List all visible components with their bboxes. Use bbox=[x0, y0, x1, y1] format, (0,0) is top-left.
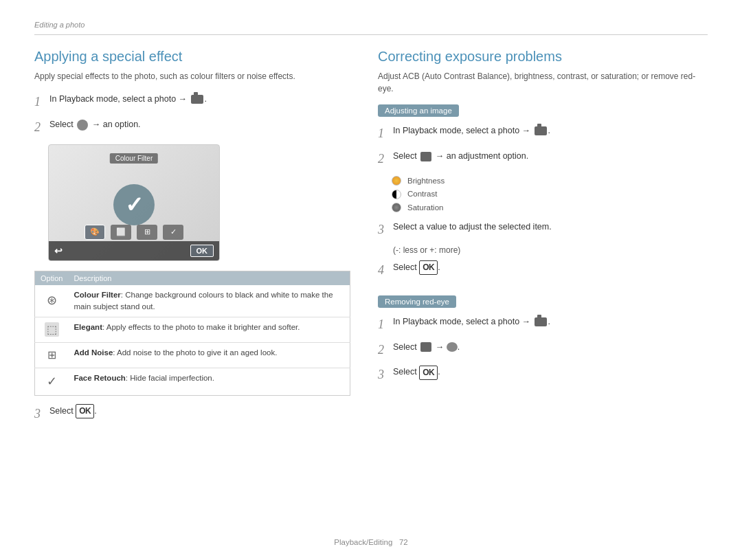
left-section-title: Applying a special effect bbox=[34, 49, 350, 65]
prev-icon-grid2[interactable]: ⊞ bbox=[137, 225, 157, 240]
camera-icon-adj1 bbox=[535, 126, 547, 135]
left-column: Applying a special effect Apply special … bbox=[34, 49, 350, 429]
table-header-row: Option Description bbox=[35, 271, 350, 285]
left-step-2-number: 2 bbox=[34, 117, 45, 137]
grid-icon-rem bbox=[420, 342, 431, 352]
right-adj-step-4: 4 Select OK. bbox=[378, 260, 708, 280]
row1-bold: Colour Filter bbox=[74, 291, 120, 299]
ok-button-preview[interactable]: OK bbox=[190, 245, 214, 257]
row3-bold: Add Noise bbox=[74, 348, 113, 357]
right-adj-step2-number: 2 bbox=[378, 149, 389, 169]
bullet-list: Brightness Contrast Saturation bbox=[392, 175, 708, 215]
camera-icon-rem1 bbox=[535, 317, 547, 326]
left-step-1-text: In Playback mode, select a photo → . bbox=[49, 92, 207, 106]
right-rem-step1-number: 1 bbox=[378, 315, 389, 335]
adjusting-section: Adjusting an image 1 In Playback mode, s… bbox=[378, 104, 708, 280]
removing-section: Removing red-eye 1 In Playback mode, sel… bbox=[378, 295, 708, 385]
footer-page: 72 bbox=[399, 538, 408, 546]
right-adj-step2-text: Select → an adjustment option. bbox=[393, 149, 528, 163]
table-row: ⬚ Elegant: Apply effects to the photo to… bbox=[35, 317, 350, 343]
row3-desc: Add Noise: Add noise to the photo to giv… bbox=[68, 343, 350, 368]
contrast-icon bbox=[392, 190, 401, 199]
left-step-3-number: 3 bbox=[34, 404, 45, 424]
preview-box: Colour Filter 🎨 ⬜ ⊞ ✓ ↩ OK bbox=[48, 144, 220, 261]
preview-label: Colour Filter bbox=[110, 153, 158, 164]
left-step-3: 3 Select OK. bbox=[34, 404, 350, 424]
bullet-contrast: Contrast bbox=[392, 188, 708, 201]
right-rem-step-3: 3 Select OK. bbox=[378, 365, 708, 385]
preview-bottom-bar: ↩ OK bbox=[49, 241, 219, 260]
right-column: Correcting exposure problems Adjust ACB … bbox=[378, 49, 708, 429]
right-adj-step3-number: 3 bbox=[378, 220, 389, 240]
col-option: Option bbox=[35, 271, 69, 285]
ok-icon-rem: OK bbox=[419, 366, 438, 380]
footer-text: Playback/Editing bbox=[334, 538, 392, 546]
ok-icon-step3: OK bbox=[76, 404, 94, 418]
row2-bold: Elegant bbox=[74, 323, 102, 331]
bullet-brightness: Brightness bbox=[392, 175, 708, 188]
preview-icons-row: 🎨 ⬜ ⊞ ✓ bbox=[49, 225, 219, 240]
prev-icon-check[interactable]: ✓ bbox=[163, 225, 183, 240]
row4-icon: ✓ bbox=[35, 368, 69, 396]
table-row: ✓ Face Retouch: Hide facial imperfection… bbox=[35, 368, 350, 396]
right-adj-step-2: 2 Select → an adjustment option. bbox=[378, 149, 708, 169]
right-rem-step-2: 2 Select → . bbox=[378, 340, 708, 360]
right-section-title: Correcting exposure problems bbox=[378, 49, 708, 65]
left-section-desc: Apply special effects to the photo, such… bbox=[34, 70, 350, 82]
page-footer: Playback/Editing 72 bbox=[0, 538, 742, 546]
camera-icon-step1 bbox=[191, 95, 203, 104]
left-step-2-text: Select → an option. bbox=[49, 117, 141, 131]
table-row: ⊛ Colour Filter: Change background colou… bbox=[35, 285, 350, 317]
right-adj-step1-number: 1 bbox=[378, 124, 389, 144]
preview-checkmark bbox=[113, 184, 155, 225]
bullet-saturation: Saturation bbox=[392, 201, 708, 215]
right-adj-step1-text: In Playback mode, select a photo → . bbox=[393, 124, 550, 137]
redeye-icon bbox=[447, 342, 458, 352]
right-section-desc: Adjust ACB (Auto Contrast Balance), brig… bbox=[378, 70, 708, 95]
grid-icon-adj bbox=[420, 152, 431, 161]
option-table: Option Description ⊛ Colour Filter: Chan… bbox=[34, 271, 350, 396]
row1-desc: Colour Filter: Change background colours… bbox=[68, 285, 350, 317]
left-step-2: 2 Select → an option. bbox=[34, 117, 350, 137]
columns: Applying a special effect Apply special … bbox=[34, 49, 708, 429]
right-adj-step-3: 3 Select a value to adjust the selected … bbox=[378, 220, 708, 240]
right-adj-step4-number: 4 bbox=[378, 260, 389, 280]
left-step-1: 1 In Playback mode, select a photo → . bbox=[34, 92, 350, 112]
brightness-icon bbox=[392, 176, 401, 186]
right-rem-step2-number: 2 bbox=[378, 340, 389, 360]
row3-icon: ⊞ bbox=[35, 343, 69, 368]
right-adj-step4-text: Select OK. bbox=[393, 260, 440, 275]
removing-badge: Removing red-eye bbox=[378, 295, 456, 308]
row4-bold: Face Retouch bbox=[74, 374, 125, 382]
right-rem-step3-number: 3 bbox=[378, 365, 389, 385]
row4-desc: Face Retouch: Hide facial imperfection. bbox=[68, 368, 350, 396]
prev-icon-grid1[interactable]: ⬜ bbox=[111, 225, 131, 240]
right-adj-step-1: 1 In Playback mode, select a photo → . bbox=[378, 124, 708, 144]
row2-desc: Elegant: Apply effects to the photo to m… bbox=[68, 317, 350, 343]
row2-icon: ⬚ bbox=[35, 317, 69, 343]
table-row: ⊞ Add Noise: Add noise to the photo to g… bbox=[35, 343, 350, 368]
page-container: Editing a photo Applying a special effec… bbox=[0, 0, 742, 560]
prev-icon-palette[interactable]: 🎨 bbox=[85, 225, 105, 240]
row1-icon: ⊛ bbox=[35, 285, 69, 317]
right-rem-step2-text: Select → . bbox=[393, 340, 460, 354]
saturation-icon bbox=[392, 203, 401, 212]
less-more-note: (-: less or +: more) bbox=[393, 245, 708, 255]
right-adj-step3-text: Select a value to adjust the selected it… bbox=[393, 220, 552, 234]
breadcrumb: Editing a photo bbox=[34, 21, 708, 35]
palette-icon bbox=[77, 120, 88, 131]
back-button[interactable]: ↩ bbox=[54, 245, 63, 256]
left-step-1-number: 1 bbox=[34, 92, 45, 112]
ok-icon-adj: OK bbox=[419, 260, 438, 275]
left-step-3-text: Select OK. bbox=[49, 404, 97, 418]
right-rem-step3-text: Select OK. bbox=[393, 365, 440, 379]
col-description: Description bbox=[68, 271, 350, 285]
adjusting-badge: Adjusting an image bbox=[378, 104, 459, 117]
right-rem-step1-text: In Playback mode, select a photo → . bbox=[393, 315, 550, 328]
right-rem-step-1: 1 In Playback mode, select a photo → . bbox=[378, 315, 708, 335]
